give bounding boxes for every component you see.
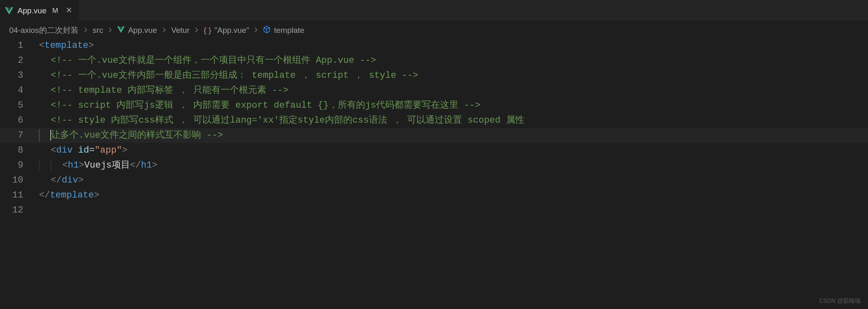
line-number: 8 bbox=[0, 143, 35, 158]
vue-icon bbox=[117, 26, 125, 35]
code-content: <!-- style 内部写css样式 ， 可以通过lang='xx'指定sty… bbox=[37, 113, 524, 128]
breadcrumb-item[interactable]: App.vue bbox=[117, 26, 157, 35]
code-line[interactable]: 3<!-- 一个.vue文件内部一般是由三部分组成： template ， sc… bbox=[0, 68, 868, 83]
code-line[interactable]: 8<div id="app"> bbox=[0, 143, 868, 158]
chevron-right-icon bbox=[83, 26, 89, 35]
watermark: CSDN @茹嗨瑞 bbox=[819, 297, 861, 305]
code-content: </div> bbox=[37, 173, 84, 188]
breadcrumb-label: 04-axios的二次封装 bbox=[9, 25, 79, 36]
code-content: <!-- script 内部写js逻辑 ， 内部需要 export defaul… bbox=[37, 98, 480, 113]
line-number: 12 bbox=[0, 203, 35, 218]
code-line[interactable]: 1<template> bbox=[0, 38, 868, 53]
chevron-right-icon bbox=[161, 26, 167, 35]
breadcrumb-label: App.vue bbox=[128, 26, 157, 35]
code-line[interactable]: 5<!-- script 内部写js逻辑 ， 内部需要 export defau… bbox=[0, 98, 868, 113]
chevron-right-icon bbox=[107, 26, 113, 35]
tab-bar: App.vue M bbox=[0, 0, 868, 21]
breadcrumb-label: "App.vue" bbox=[214, 26, 249, 35]
line-number: 4 bbox=[0, 83, 35, 98]
code-line[interactable]: 10</div> bbox=[0, 173, 868, 188]
breadcrumb-item[interactable]: Vetur bbox=[171, 26, 189, 35]
line-number: 1 bbox=[0, 38, 35, 53]
code-content: </template> bbox=[37, 188, 99, 203]
breadcrumb-item[interactable]: src bbox=[93, 26, 103, 35]
breadcrumb[interactable]: 04-axios的二次封装srcApp.vueVetur{ }"App.vue"… bbox=[0, 21, 868, 38]
chevron-right-icon bbox=[253, 26, 259, 35]
cube-icon bbox=[263, 26, 270, 35]
code-content: <!-- 一个.vue文件就是一个组件，一个项目中只有一个根组件 App.vue… bbox=[37, 53, 376, 68]
breadcrumb-label: template bbox=[274, 26, 304, 35]
breadcrumb-item[interactable]: template bbox=[263, 26, 304, 35]
chevron-right-icon bbox=[194, 26, 199, 35]
line-number: 2 bbox=[0, 53, 35, 68]
code-content: <template> bbox=[37, 38, 94, 53]
code-content: <div id="app"> bbox=[37, 143, 128, 158]
braces-icon: { } bbox=[204, 26, 211, 35]
code-line[interactable]: 6<!-- style 内部写css样式 ， 可以通过lang='xx'指定st… bbox=[0, 113, 868, 128]
line-number: 5 bbox=[0, 98, 35, 113]
code-editor[interactable]: 1<template>2<!-- 一个.vue文件就是一个组件，一个项目中只有一… bbox=[0, 38, 868, 218]
breadcrumb-item[interactable]: 04-axios的二次封装 bbox=[9, 25, 79, 36]
vue-icon bbox=[5, 7, 13, 15]
code-line[interactable]: 9<h1>Vuejs项目</h1> bbox=[0, 158, 868, 173]
code-line[interactable]: 12 bbox=[0, 203, 868, 218]
code-line[interactable]: 4<!-- template 内部写标签 ， 只能有一个根元素 --> bbox=[0, 83, 868, 98]
tab-filename: App.vue bbox=[17, 6, 47, 15]
code-line[interactable]: 7让多个.vue文件之间的样式互不影响 --> bbox=[0, 128, 868, 143]
line-number: 6 bbox=[0, 113, 35, 128]
breadcrumb-label: Vetur bbox=[171, 26, 189, 35]
modified-indicator: M bbox=[51, 7, 58, 15]
tab-app-vue[interactable]: App.vue M bbox=[0, 0, 79, 21]
line-number: 7 bbox=[0, 128, 35, 143]
code-content: <!-- 一个.vue文件内部一般是由三部分组成： template ， scr… bbox=[37, 68, 418, 83]
line-number: 10 bbox=[0, 173, 35, 188]
code-line[interactable]: 11</template> bbox=[0, 188, 868, 203]
close-icon[interactable] bbox=[62, 6, 74, 15]
code-content: 让多个.vue文件之间的样式互不影响 --> bbox=[37, 128, 223, 143]
code-content: <h1>Vuejs项目</h1> bbox=[37, 158, 157, 173]
line-number: 11 bbox=[0, 188, 35, 203]
line-number: 9 bbox=[0, 158, 35, 173]
line-number: 3 bbox=[0, 68, 35, 83]
code-line[interactable]: 2<!-- 一个.vue文件就是一个组件，一个项目中只有一个根组件 App.vu… bbox=[0, 53, 868, 68]
breadcrumb-item[interactable]: { }"App.vue" bbox=[204, 26, 249, 35]
breadcrumb-label: src bbox=[93, 26, 103, 35]
code-content: <!-- template 内部写标签 ， 只能有一个根元素 --> bbox=[37, 83, 288, 98]
